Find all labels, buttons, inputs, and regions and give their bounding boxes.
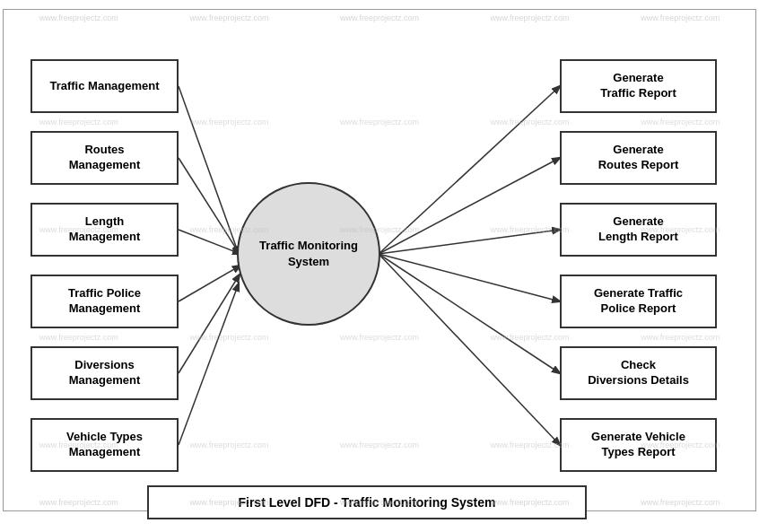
left-box-traffic-police-management: Traffic PoliceManagement — [31, 275, 179, 328]
watermark-mid: www.freeprojectz.com — [641, 118, 720, 126]
center-label: Traffic Monitoring System — [239, 238, 379, 270]
left-box-routes-management: RoutesManagement — [31, 131, 179, 185]
left-box-traffic-management: Traffic Management — [31, 59, 179, 113]
watermark-mid: www.freeprojectz.com — [491, 118, 570, 126]
svg-line-5 — [179, 283, 239, 445]
svg-line-6 — [379, 86, 560, 254]
right-box-check-diversions-details: CheckDiversions Details — [560, 346, 717, 400]
svg-line-11 — [379, 254, 560, 445]
watermark: www.freeprojectz.com — [189, 13, 268, 22]
svg-line-4 — [179, 275, 240, 373]
svg-line-7 — [379, 158, 560, 254]
watermark-mid4: www.freeprojectz.com — [189, 440, 268, 449]
svg-line-10 — [379, 254, 560, 373]
watermark: www.freeprojectz.com — [39, 13, 118, 22]
right-box-generate-traffic-police-report: Generate TrafficPolice Report — [560, 275, 717, 328]
watermark-bottom: www.freeprojectz.com — [641, 498, 720, 507]
svg-line-3 — [179, 266, 240, 301]
diagram-container: www.freeprojectz.com www.freeprojectz.co… — [3, 9, 756, 511]
right-box-generate-traffic-report: GenerateTraffic Report — [560, 59, 717, 113]
watermark-mid3: www.freeprojectz.com — [491, 333, 570, 342]
watermark-mid3: www.freeprojectz.com — [641, 333, 720, 342]
left-box-vehicle-types-management: Vehicle TypesManagement — [31, 418, 179, 472]
watermark-mid2: www.freeprojectz.com — [491, 225, 570, 234]
right-box-generate-routes-report: GenerateRoutes Report — [560, 131, 717, 185]
right-box-generate-vehicle-types-report: Generate VehicleTypes Report — [560, 418, 717, 472]
watermark: www.freeprojectz.com — [340, 13, 419, 22]
diagram-title: First Level DFD - Traffic Monitoring Sys… — [238, 495, 495, 510]
right-box-generate-length-report: GenerateLength Report — [560, 203, 717, 257]
watermark-mid3: www.freeprojectz.com — [340, 333, 419, 342]
svg-line-9 — [379, 254, 560, 301]
watermark: www.freeprojectz.com — [491, 13, 570, 22]
watermark-mid: www.freeprojectz.com — [340, 118, 419, 126]
svg-line-2 — [179, 230, 240, 254]
svg-line-1 — [179, 158, 240, 254]
watermark-mid3: www.freeprojectz.com — [39, 333, 118, 342]
watermark: www.freeprojectz.com — [641, 13, 720, 22]
left-box-length-management: LengthManagement — [31, 203, 179, 257]
svg-line-0 — [179, 86, 239, 254]
diagram-title-box: First Level DFD - Traffic Monitoring Sys… — [147, 485, 587, 519]
watermark-mid: www.freeprojectz.com — [189, 118, 268, 126]
watermark-mid4: www.freeprojectz.com — [340, 440, 419, 449]
center-circle: Traffic Monitoring System — [237, 182, 380, 326]
svg-line-8 — [379, 230, 560, 254]
watermark-bottom: www.freeprojectz.com — [39, 498, 118, 507]
watermark-mid: www.freeprojectz.com — [39, 118, 118, 126]
left-box-diversions-management: DiversionsManagement — [31, 346, 179, 400]
watermark-mid3: www.freeprojectz.com — [189, 333, 268, 342]
watermark-mid4: www.freeprojectz.com — [491, 440, 570, 449]
